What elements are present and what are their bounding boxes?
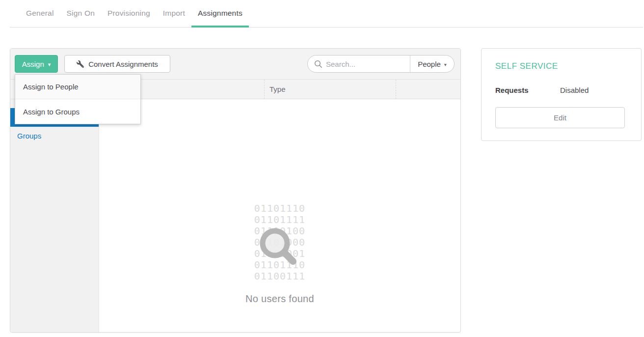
self-service-title: SELF SERVICE <box>495 61 558 71</box>
menu-item-assign-to-groups[interactable]: Assign to Groups <box>15 99 140 124</box>
search-input[interactable] <box>326 60 400 68</box>
sidebar-item-groups[interactable]: Groups <box>10 127 99 145</box>
assign-button[interactable]: Assign ▾ <box>15 55 58 73</box>
column-header-type: Type <box>264 80 396 99</box>
app-tab-bar: General Sign On Provisioning Import Assi… <box>10 0 643 28</box>
tab-import[interactable]: Import <box>157 0 191 27</box>
binary-line: 01101110 <box>99 203 460 214</box>
convert-assignments-button[interactable]: Convert Assignments <box>64 55 170 73</box>
tab-assignments[interactable]: Assignments <box>191 0 249 27</box>
tab-provisioning[interactable]: Provisioning <box>101 0 157 27</box>
column-header-actions <box>396 80 460 99</box>
binary-line: 01100111 <box>99 271 460 282</box>
search-group: People ▾ <box>307 55 455 73</box>
wrench-icon <box>77 60 84 68</box>
magnifier-icon <box>314 60 322 68</box>
search-scope-label: People <box>418 60 441 68</box>
self-service-panel: SELF SERVICE Requests Disabled Edit <box>481 48 642 141</box>
search-field-wrap <box>308 56 410 72</box>
assignment-filter-nav: People Groups <box>10 99 99 332</box>
tab-general[interactable]: General <box>20 0 60 27</box>
tab-sign-on[interactable]: Sign On <box>60 0 101 27</box>
caret-down-icon: ▾ <box>444 61 447 67</box>
requests-status-value: Disabled <box>560 86 589 94</box>
empty-state-message: No users found <box>99 293 460 305</box>
assignments-body: People Groups 01101110 01101111 01110100… <box>10 99 460 332</box>
menu-item-assign-to-people[interactable]: Assign to People <box>15 75 140 99</box>
assign-button-label: Assign <box>22 60 44 68</box>
convert-assignments-label: Convert Assignments <box>88 60 158 68</box>
magnifier-icon <box>254 223 298 267</box>
search-scope-dropdown[interactable]: People ▾ <box>410 56 454 72</box>
app-assignments-page: General Sign On Provisioning Import Assi… <box>0 0 644 337</box>
edit-button[interactable]: Edit <box>495 107 625 128</box>
assign-dropdown-menu: Assign to People Assign to Groups <box>15 74 141 124</box>
caret-down-icon: ▾ <box>48 61 51 67</box>
requests-label: Requests <box>495 86 529 94</box>
